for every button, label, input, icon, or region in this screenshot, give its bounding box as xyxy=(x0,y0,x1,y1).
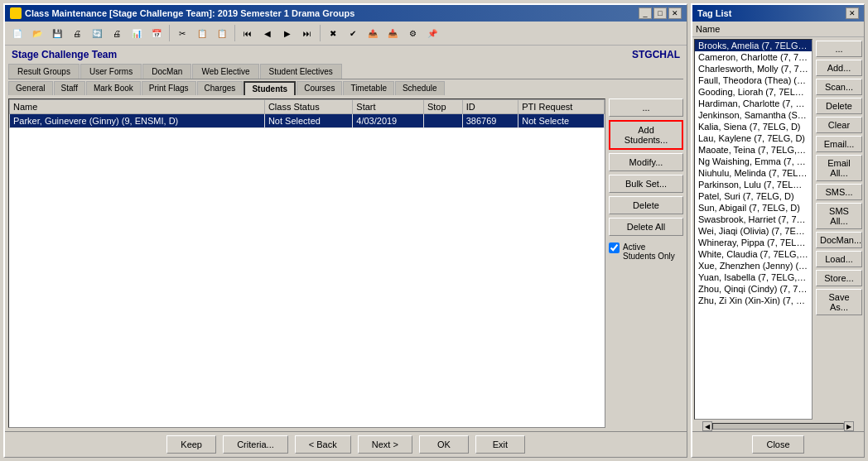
tag-list-item[interactable]: Cameron, Charlotte (7, 7ELG, D) xyxy=(695,51,812,63)
tab-mark-book[interactable]: Mark Book xyxy=(86,81,141,95)
taglist-close-icon[interactable]: ✕ xyxy=(846,7,859,19)
tag-list-item[interactable]: Xue, Zhenzhen (Jenny) (7, 7ELG xyxy=(695,260,812,271)
taglist-delete-button[interactable]: Delete xyxy=(816,98,862,114)
minimize-button[interactable]: _ xyxy=(639,7,652,19)
taglist-add-button[interactable]: Add... xyxy=(816,60,862,76)
keep-button[interactable]: Keep xyxy=(166,435,216,454)
copy-button[interactable]: 📋 xyxy=(193,24,211,42)
modify-button[interactable]: Modify... xyxy=(609,153,683,171)
tag-list-item[interactable]: Lau, Kaylene (7, 7ELG, D) xyxy=(695,132,812,144)
tag-list-item[interactable]: Maoate, Teina (7, 7ELG, D) xyxy=(695,144,812,156)
tab-students[interactable]: Students xyxy=(244,81,296,95)
col-name: Name xyxy=(10,100,265,114)
taglist-ellipsis-button[interactable]: ... xyxy=(816,41,862,57)
calendar-button[interactable]: 📅 xyxy=(147,24,166,42)
last-button[interactable]: ⏭ xyxy=(298,24,316,42)
criteria-button[interactable]: Criteria... xyxy=(223,435,288,454)
tag-list-item[interactable]: Patel, Suri (7, 7ELG, D) xyxy=(695,190,812,202)
tag-list-item[interactable]: Gooding, Liorah (7, 7ELG, D) xyxy=(695,86,812,98)
tab-student-electives[interactable]: Student Electives xyxy=(260,64,342,79)
taglist-header: Name xyxy=(692,22,864,37)
accept-button[interactable]: ✔ xyxy=(344,24,362,42)
tab-charges[interactable]: Charges xyxy=(197,81,244,95)
tag-list-item[interactable]: White, Claudia (7, 7ELG, D) xyxy=(695,248,812,260)
refresh-button[interactable]: 🔄 xyxy=(88,24,106,42)
taglist-store-button[interactable]: Store... xyxy=(816,270,862,286)
tab-courses[interactable]: Courses xyxy=(297,81,342,95)
tab-web-elective[interactable]: Web Elective xyxy=(192,64,258,79)
scrollbar-track[interactable] xyxy=(712,423,844,430)
ellipsis-button[interactable]: ... xyxy=(609,98,683,117)
back-button[interactable]: < Back xyxy=(295,435,351,454)
tab-print-flags[interactable]: Print Flags xyxy=(142,81,196,95)
tag-list-item[interactable]: Ng Waishing, Emma (7, 7ELG, D) xyxy=(695,156,812,167)
tag-list-item[interactable]: Whineray, Pippa (7, 7ELG, D) xyxy=(695,237,812,248)
close-button[interactable]: ✕ xyxy=(668,7,682,19)
tag-list-item[interactable]: Faull, Theodora (Thea) (7, 7ELG xyxy=(695,74,812,86)
tab-result-groups[interactable]: Result Groups xyxy=(8,64,80,79)
active-students-checkbox[interactable] xyxy=(609,243,620,253)
save-button[interactable]: 💾 xyxy=(48,24,66,42)
delete-button[interactable]: Delete xyxy=(609,196,683,214)
ok-button[interactable]: OK xyxy=(419,435,469,454)
settings-button[interactable]: ⚙ xyxy=(403,24,422,42)
open-button[interactable]: 📂 xyxy=(28,24,46,42)
tab-staff[interactable]: Staff xyxy=(54,81,85,95)
delete-all-button[interactable]: Delete All xyxy=(609,218,683,236)
taglist-load-button[interactable]: Load... xyxy=(816,251,862,267)
delete-toolbar-button[interactable]: ✖ xyxy=(324,24,342,42)
taglist-docman-button[interactable]: DocMan... xyxy=(816,232,862,248)
cut-button[interactable]: ✂ xyxy=(173,24,191,42)
taglist-sms-button[interactable]: SMS... xyxy=(816,184,862,200)
tag-list-item[interactable]: Swasbrook, Harriet (7, 7ELG, D) xyxy=(695,214,812,225)
taglist-scan-button[interactable]: Scan... xyxy=(816,79,862,95)
tag-list-item[interactable]: Zhu, Zi Xin (Xin-Xin) (7, 7ELG, D) xyxy=(695,295,812,306)
tag-list-item[interactable]: Sun, Abigail (7, 7ELG, D) xyxy=(695,202,812,214)
tab-docman[interactable]: DocMan xyxy=(142,64,191,79)
taglist-close-button[interactable]: Close xyxy=(752,435,803,454)
table-area: Name Class Status Start Stop ID PTI Requ… xyxy=(5,95,687,431)
taglist-email-button[interactable]: Email... xyxy=(816,136,862,152)
tag-list-item[interactable]: Parkinson, Lulu (7, 7ELG, D) xyxy=(695,179,812,190)
taglist-sms-all-button[interactable]: SMS All... xyxy=(816,203,862,229)
students-table-container: Name Class Status Start Stop ID PTI Requ… xyxy=(8,98,605,428)
print2-button[interactable]: 🖨 xyxy=(108,24,126,42)
tab-general[interactable]: General xyxy=(8,81,53,95)
export-button[interactable]: 📤 xyxy=(364,24,382,42)
new-button[interactable]: 📄 xyxy=(8,24,27,42)
tag-list-item[interactable]: Niuhulu, Melinda (7, 7ELG, D) xyxy=(695,167,812,179)
tab-timetable[interactable]: Timetable xyxy=(343,81,394,95)
taglist-save-as-button[interactable]: Save As... xyxy=(816,289,862,315)
exit-button[interactable]: Exit xyxy=(475,435,525,454)
scroll-left-button[interactable]: ◀ xyxy=(702,421,712,431)
tab-user-forms[interactable]: User Forms xyxy=(80,64,142,79)
paste-button[interactable]: 📋 xyxy=(213,24,231,42)
tag-list-item[interactable]: Hardiman, Charlotte (7, 7ELG, D) xyxy=(695,98,812,109)
prev-button[interactable]: ◀ xyxy=(258,24,277,42)
maximize-button[interactable]: □ xyxy=(653,7,667,19)
bulk-set-button[interactable]: Bulk Set... xyxy=(609,175,683,193)
window-controls: _ □ ✕ xyxy=(639,7,682,19)
tag-list-item[interactable]: Brooks, Amelia (7, 7ELG, D) xyxy=(695,40,812,51)
chart-button[interactable]: 📊 xyxy=(128,24,146,42)
tag-list-item[interactable]: Zhou, Qinqi (Cindy) (7, 7ELG, D) xyxy=(695,283,812,295)
scroll-right-button[interactable]: ▶ xyxy=(844,421,854,431)
first-button[interactable]: ⏮ xyxy=(239,24,257,42)
tag-list-item[interactable]: Kalia, Siena (7, 7ELG, D) xyxy=(695,121,812,132)
add-students-button[interactable]: Add Students... xyxy=(609,120,683,150)
tag-list-item[interactable]: Charlesworth, Molly (7, 7ELG, D) xyxy=(695,63,812,74)
pin-button[interactable]: 📌 xyxy=(423,24,441,42)
next-button[interactable]: ▶ xyxy=(278,24,297,42)
tab-schedule[interactable]: Schedule xyxy=(395,81,445,95)
tag-list-item[interactable]: Yuan, Isabella (7, 7ELG, D) xyxy=(695,271,812,283)
taglist-clear-button[interactable]: Clear xyxy=(816,117,862,133)
taglist-list[interactable]: Brooks, Amelia (7, 7ELG, D)Cameron, Char… xyxy=(694,39,813,420)
taglist-email-all-button[interactable]: Email All... xyxy=(816,155,862,181)
import-button[interactable]: 📥 xyxy=(383,24,402,42)
table-row[interactable]: Parker, Guinevere (Ginny) (9, ENSMI, D) … xyxy=(10,114,605,128)
next-bottom-button[interactable]: Next > xyxy=(358,435,412,454)
print-button[interactable]: 🖨 xyxy=(68,24,86,42)
tag-list-item[interactable]: Jenkinson, Samantha (Sammy) ( xyxy=(695,109,812,121)
taglist-scrollbar[interactable]: ◀ ▶ xyxy=(692,421,864,431)
tag-list-item[interactable]: Wei, Jiaqi (Olivia) (7, 7ELG, D) xyxy=(695,225,812,237)
